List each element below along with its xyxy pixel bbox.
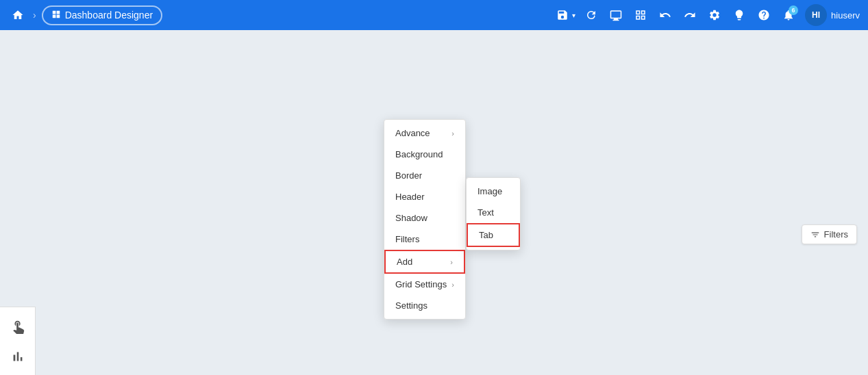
- menu-item-header-label: Header: [395, 192, 425, 202]
- app-title-tab[interactable]: Dashboard Designer: [42, 5, 162, 25]
- menu-item-grid-settings-label: Grid Settings: [395, 279, 447, 289]
- submenu-item-tab-label: Tab: [479, 230, 493, 240]
- chart-tool[interactable]: [5, 344, 30, 369]
- grid-button[interactable]: [630, 4, 652, 26]
- undo-button[interactable]: [654, 4, 676, 26]
- topbar-actions: ▾ 6 HI hiuserv: [556, 4, 860, 26]
- menu-item-add-label: Add: [397, 257, 412, 267]
- title-icon: [51, 10, 61, 21]
- add-chevron: ›: [450, 258, 453, 266]
- submenu-item-image-label: Image: [478, 186, 502, 196]
- pointer-tool[interactable]: [5, 314, 30, 339]
- grid-settings-chevron: ›: [451, 281, 454, 289]
- breadcrumb-chevron: ›: [33, 10, 36, 21]
- bulb-button[interactable]: [728, 4, 750, 26]
- topbar: › Dashboard Designer ▾: [0, 0, 868, 30]
- menu-item-background[interactable]: Background: [384, 144, 465, 165]
- submenu-item-text[interactable]: Text: [467, 202, 520, 223]
- settings-button[interactable]: [704, 4, 726, 26]
- main-canvas: Filters Advance › Background Border Head…: [0, 30, 868, 375]
- notification-button[interactable]: 6: [778, 4, 799, 26]
- notification-badge: 6: [789, 5, 798, 15]
- save-icon[interactable]: [556, 5, 569, 25]
- menu-item-advance-label: Advance: [395, 128, 430, 138]
- menu-item-advance[interactable]: Advance ›: [384, 122, 465, 144]
- context-menu: Advance › Background Border Header Shado…: [384, 119, 466, 320]
- advance-chevron: ›: [451, 129, 454, 138]
- redo-button[interactable]: [679, 4, 701, 26]
- submenu-item-image[interactable]: Image: [467, 181, 520, 202]
- submenu-item-text-label: Text: [478, 207, 494, 218]
- menu-item-border-label: Border: [395, 170, 422, 181]
- menu-item-header[interactable]: Header: [384, 186, 465, 207]
- menu-item-shadow-label: Shadow: [395, 213, 427, 223]
- menu-item-shadow[interactable]: Shadow: [384, 207, 465, 229]
- save-button-group[interactable]: ▾: [556, 4, 578, 26]
- user-avatar[interactable]: HI: [805, 4, 827, 26]
- app-title-text: Dashboard Designer: [65, 10, 153, 21]
- menu-item-filters-label: Filters: [395, 234, 419, 244]
- menu-item-background-label: Background: [395, 149, 443, 159]
- menu-item-filters[interactable]: Filters: [384, 229, 465, 250]
- menu-item-add[interactable]: Add ›: [384, 250, 465, 274]
- filters-button[interactable]: Filters: [802, 224, 857, 244]
- monitor-button[interactable]: [605, 4, 627, 26]
- submenu-item-tab[interactable]: Tab: [467, 223, 520, 247]
- menu-item-grid-settings[interactable]: Grid Settings ›: [384, 274, 465, 295]
- menu-item-border[interactable]: Border: [384, 165, 465, 186]
- help-button[interactable]: [753, 4, 775, 26]
- save-dropdown-chevron[interactable]: ▾: [569, 5, 578, 25]
- user-name[interactable]: hiuserv: [831, 10, 860, 21]
- home-button[interactable]: [8, 5, 27, 25]
- refresh-button[interactable]: [580, 4, 602, 26]
- add-submenu: Image Text Tab: [466, 177, 521, 250]
- user-initials: HI: [812, 10, 820, 20]
- left-toolbar: [0, 307, 36, 375]
- menu-item-settings-label: Settings: [395, 300, 427, 311]
- menu-item-settings[interactable]: Settings: [384, 295, 465, 316]
- filters-label: Filters: [824, 229, 848, 240]
